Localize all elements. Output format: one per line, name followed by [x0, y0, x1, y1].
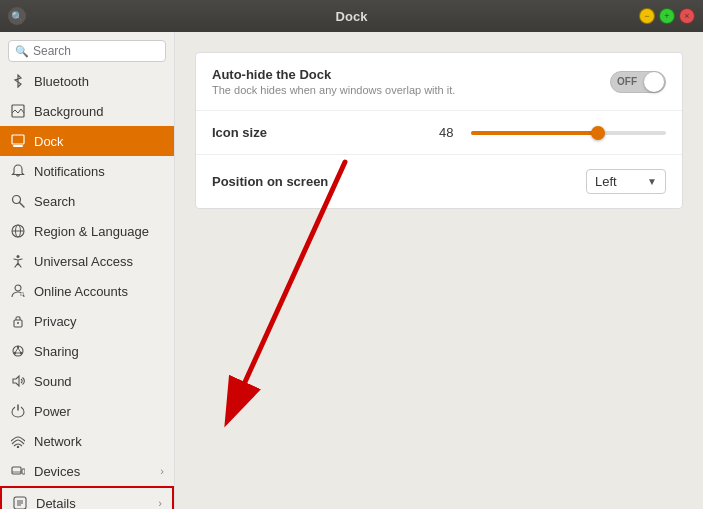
sidebar-item-online-accounts[interactable]: Online Accounts	[0, 276, 174, 306]
svg-rect-1	[12, 135, 24, 144]
position-row: Position on screen Left ▼	[196, 155, 682, 208]
sidebar-item-region-language[interactable]: Region & Language	[0, 216, 174, 246]
sound-icon	[10, 373, 26, 389]
sidebar-item-universal-access[interactable]: Universal Access	[0, 246, 174, 276]
sidebar-item-label: Search	[34, 194, 75, 209]
bluetooth-icon	[10, 73, 26, 89]
sidebar-item-privacy[interactable]: Privacy	[0, 306, 174, 336]
sidebar-item-notifications[interactable]: Notifications	[0, 156, 174, 186]
sidebar: 🔍 Bluetooth Background Dock Noti	[0, 32, 175, 509]
svg-line-19	[16, 348, 19, 352]
titlebar-controls: − + ×	[639, 8, 695, 24]
sidebar-item-label: Sound	[34, 374, 72, 389]
toggle-knob	[644, 72, 664, 92]
sidebar-item-label: Background	[34, 104, 103, 119]
sidebar-item-label: Dock	[34, 134, 64, 149]
power-icon	[10, 403, 26, 419]
auto-hide-desc: The dock hides when any windows overlap …	[212, 84, 610, 96]
maximize-button[interactable]: +	[659, 8, 675, 24]
svg-point-9	[15, 285, 21, 291]
svg-line-20	[18, 348, 21, 352]
svg-point-16	[17, 346, 19, 348]
titlebar-search-button[interactable]: 🔍	[8, 7, 26, 25]
search-nav-icon	[10, 193, 26, 209]
position-info: Position on screen	[212, 174, 586, 189]
sidebar-item-label: Online Accounts	[34, 284, 128, 299]
sidebar-item-bluetooth[interactable]: Bluetooth	[0, 66, 174, 96]
auto-hide-info: Auto-hide the Dock The dock hides when a…	[212, 67, 610, 96]
sidebar-item-label: Sharing	[34, 344, 79, 359]
auto-hide-title: Auto-hide the Dock	[212, 67, 610, 82]
window-title: Dock	[336, 9, 368, 24]
search-input[interactable]	[33, 44, 159, 58]
sidebar-item-label: Region & Language	[34, 224, 149, 239]
settings-card: Auto-hide the Dock The dock hides when a…	[195, 52, 683, 209]
region-icon	[10, 223, 26, 239]
icon-size-slider-row: 48	[439, 125, 666, 140]
sidebar-item-network[interactable]: Network	[0, 426, 174, 456]
icon-size-title: Icon size	[212, 125, 439, 140]
sidebar-item-label: Universal Access	[34, 254, 133, 269]
position-value: Left	[595, 174, 617, 189]
sidebar-item-sound[interactable]: Sound	[0, 366, 174, 396]
devices-icon	[10, 463, 26, 479]
sidebar-item-dock[interactable]: Dock	[0, 126, 174, 156]
sidebar-item-label: Details	[36, 496, 76, 510]
privacy-icon	[10, 313, 26, 329]
content-area: Auto-hide the Dock The dock hides when a…	[175, 32, 703, 509]
sidebar-item-label: Privacy	[34, 314, 77, 329]
notifications-icon	[10, 163, 26, 179]
position-dropdown[interactable]: Left ▼	[586, 169, 666, 194]
sidebar-item-details[interactable]: Details ›	[0, 486, 174, 509]
position-title: Position on screen	[212, 174, 586, 189]
sidebar-item-label: Network	[34, 434, 82, 449]
icon-size-slider[interactable]	[471, 131, 666, 135]
auto-hide-toggle[interactable]: OFF	[610, 71, 666, 93]
devices-chevron: ›	[160, 465, 164, 477]
sidebar-item-devices[interactable]: Devices ›	[0, 456, 174, 486]
sharing-icon	[10, 343, 26, 359]
icon-size-row: Icon size 48	[196, 111, 682, 155]
icon-size-value: 48	[439, 125, 459, 140]
svg-line-4	[20, 203, 25, 208]
icon-size-info: Icon size	[212, 125, 439, 140]
svg-point-8	[17, 255, 20, 258]
sidebar-item-label: Power	[34, 404, 71, 419]
svg-rect-2	[13, 145, 23, 147]
slider-thumb[interactable]	[591, 126, 605, 140]
search-box[interactable]: 🔍	[8, 40, 166, 62]
svg-point-23	[17, 446, 19, 448]
sidebar-item-search[interactable]: Search	[0, 186, 174, 216]
dropdown-arrow-icon: ▼	[647, 176, 657, 187]
sidebar-item-label: Notifications	[34, 164, 105, 179]
universal-access-icon	[10, 253, 26, 269]
network-icon	[10, 433, 26, 449]
background-icon	[10, 103, 26, 119]
close-button[interactable]: ×	[679, 8, 695, 24]
titlebar: 🔍 Dock − + ×	[0, 0, 703, 32]
svg-rect-24	[12, 467, 21, 474]
svg-rect-25	[22, 469, 25, 474]
titlebar-left: 🔍	[8, 7, 26, 25]
details-icon	[12, 495, 28, 509]
details-chevron: ›	[158, 497, 162, 509]
dock-icon	[10, 133, 26, 149]
sidebar-item-label: Bluetooth	[34, 74, 89, 89]
svg-marker-22	[13, 376, 19, 386]
svg-point-14	[17, 322, 19, 324]
main-container: 🔍 Bluetooth Background Dock Noti	[0, 32, 703, 509]
auto-hide-row: Auto-hide the Dock The dock hides when a…	[196, 53, 682, 111]
search-icon: 🔍	[15, 45, 29, 58]
sidebar-item-power[interactable]: Power	[0, 396, 174, 426]
minimize-button[interactable]: −	[639, 8, 655, 24]
sidebar-item-sharing[interactable]: Sharing	[0, 336, 174, 366]
sidebar-item-background[interactable]: Background	[0, 96, 174, 126]
sidebar-item-label: Devices	[34, 464, 80, 479]
online-accounts-icon	[10, 283, 26, 299]
toggle-label: OFF	[617, 76, 637, 87]
slider-fill	[471, 131, 598, 135]
